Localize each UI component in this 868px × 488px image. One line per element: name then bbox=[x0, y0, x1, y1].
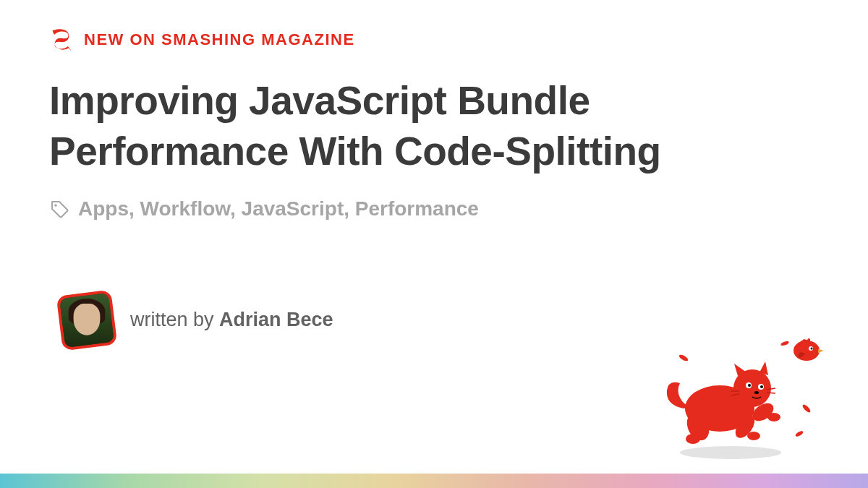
svg-point-11 bbox=[686, 434, 700, 444]
svg-point-19 bbox=[748, 384, 751, 387]
svg-point-7 bbox=[811, 348, 813, 350]
svg-point-0 bbox=[54, 204, 57, 207]
article-title: Improving JavaScript Bundle Performance … bbox=[0, 52, 868, 177]
header: NEW ON SMASHING MAGAZINE bbox=[0, 0, 868, 52]
svg-point-14 bbox=[747, 432, 760, 440]
smashing-logo-icon bbox=[49, 27, 74, 52]
svg-point-2 bbox=[780, 341, 790, 347]
svg-point-16 bbox=[767, 413, 780, 421]
tag-icon bbox=[49, 199, 69, 219]
tags-row: Apps, Workflow, JavaScript, Performance bbox=[0, 177, 868, 221]
svg-point-1 bbox=[678, 354, 689, 362]
mascot-shadow bbox=[680, 446, 781, 459]
svg-point-22 bbox=[754, 391, 759, 394]
author-avatar bbox=[56, 289, 118, 351]
author-byline: written by Adrian Bece bbox=[130, 309, 333, 331]
tags-list: Apps, Workflow, JavaScript, Performance bbox=[78, 197, 479, 221]
svg-line-24 bbox=[767, 393, 775, 393]
footer-gradient-bar bbox=[0, 474, 868, 488]
kicker-text: NEW ON SMASHING MAGAZINE bbox=[84, 30, 355, 49]
svg-point-21 bbox=[760, 385, 763, 388]
mascot-illustration bbox=[644, 322, 846, 466]
svg-point-4 bbox=[795, 430, 804, 437]
author-name: Adrian Bece bbox=[219, 309, 333, 330]
svg-point-3 bbox=[801, 403, 812, 414]
written-by-label: written by bbox=[130, 309, 219, 330]
